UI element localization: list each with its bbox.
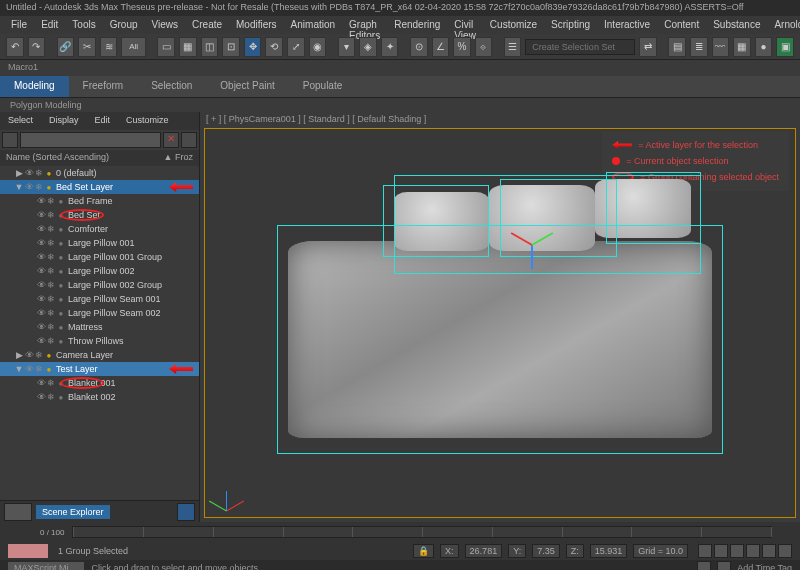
named-sel-button[interactable]: ☰ xyxy=(504,37,522,57)
explorer-name-label[interactable]: Scene Explorer xyxy=(36,505,110,519)
freeze-icon[interactable]: ❄ xyxy=(46,322,56,332)
visibility-icon[interactable]: 👁 xyxy=(36,280,46,290)
filter-all-button[interactable]: All xyxy=(121,37,146,57)
tree-row[interactable]: 👁❄Blanket 001 xyxy=(0,376,199,390)
freeze-icon[interactable]: ❄ xyxy=(46,336,56,346)
rotate-button[interactable]: ⟲ xyxy=(265,37,283,57)
tree-row[interactable]: 👁❄Large Pillow Seam 001 xyxy=(0,292,199,306)
ribbon-tab-freeform[interactable]: Freeform xyxy=(69,76,138,97)
visibility-icon[interactable]: 👁 xyxy=(24,350,34,360)
visibility-icon[interactable]: 👁 xyxy=(36,378,46,388)
goto-start-button[interactable] xyxy=(698,544,712,558)
coord-z-value[interactable]: 15.931 xyxy=(590,544,628,558)
curve-editor-button[interactable]: 〰 xyxy=(712,37,730,57)
freeze-icon[interactable]: ❄ xyxy=(46,294,56,304)
freeze-icon[interactable]: ❄ xyxy=(46,280,56,290)
tree-header-frozen[interactable]: ▲ Froz xyxy=(164,152,193,164)
tree-row[interactable]: 👁❄Large Pillow 001 Group xyxy=(0,250,199,264)
align-button[interactable]: ▤ xyxy=(668,37,686,57)
schematic-button[interactable]: ▦ xyxy=(733,37,751,57)
menu-animation[interactable]: Animation xyxy=(284,16,342,34)
visibility-icon[interactable]: 👁 xyxy=(24,182,34,192)
next-frame-button[interactable] xyxy=(746,544,760,558)
menu-scripting[interactable]: Scripting xyxy=(544,16,597,34)
menu-rendering[interactable]: Rendering xyxy=(387,16,447,34)
viewport-canvas[interactable]: = Active layer for the selection = Curre… xyxy=(204,128,796,518)
select-object-button[interactable]: ▭ xyxy=(157,37,175,57)
twisty-icon[interactable]: ▼ xyxy=(14,364,24,374)
visibility-icon[interactable]: 👁 xyxy=(36,308,46,318)
explorer-toggle-button[interactable] xyxy=(177,503,195,521)
freeze-icon[interactable]: ❄ xyxy=(46,378,56,388)
viewport-label[interactable]: [ + ] [ PhysCamera001 ] [ Standard ] [ D… xyxy=(200,112,800,128)
freeze-icon[interactable]: ❄ xyxy=(46,266,56,276)
placement-button[interactable]: ◉ xyxy=(309,37,327,57)
menu-tools[interactable]: Tools xyxy=(65,16,102,34)
play-button[interactable] xyxy=(730,544,744,558)
select-region-button[interactable]: ◫ xyxy=(201,37,219,57)
select-name-button[interactable]: ▦ xyxy=(179,37,197,57)
explorer-tab-display[interactable]: Display xyxy=(41,112,87,130)
prev-frame-button[interactable] xyxy=(714,544,728,558)
tree-row[interactable]: 👁❄Large Pillow 001 xyxy=(0,236,199,250)
maxscript-listener-button[interactable]: MAXScript Mi… xyxy=(8,562,84,570)
menu-civil-view[interactable]: Civil View xyxy=(447,16,483,34)
mirror-button[interactable]: ⇄ xyxy=(639,37,657,57)
menu-interactive[interactable]: Interactive xyxy=(597,16,657,34)
freeze-icon[interactable]: ❄ xyxy=(46,392,56,402)
tree-row[interactable]: 👁❄Comforter xyxy=(0,222,199,236)
tree-row[interactable]: ▼👁❄Test Layer xyxy=(0,362,199,376)
freeze-icon[interactable]: ❄ xyxy=(34,168,44,178)
visibility-icon[interactable]: 👁 xyxy=(36,392,46,402)
undo-button[interactable]: ↶ xyxy=(6,37,24,57)
manipulate-button[interactable]: ✦ xyxy=(381,37,399,57)
percent-snap-button[interactable]: % xyxy=(453,37,471,57)
ref-coord-button[interactable]: ▾ xyxy=(338,37,356,57)
bind-button[interactable]: ≋ xyxy=(100,37,118,57)
freeze-icon[interactable]: ❄ xyxy=(46,210,56,220)
isolate-button[interactable] xyxy=(697,561,711,570)
tree-row[interactable]: ▶👁❄Camera Layer xyxy=(0,348,199,362)
freeze-icon[interactable]: ❄ xyxy=(34,364,44,374)
tree-row[interactable]: 👁❄Large Pillow Seam 002 xyxy=(0,306,199,320)
freeze-icon[interactable]: ❄ xyxy=(34,350,44,360)
ribbon-subpanel[interactable]: Polygon Modeling xyxy=(0,98,800,112)
tree-row[interactable]: 👁❄Bed Set xyxy=(0,208,199,222)
tree-row[interactable]: 👁❄Bed Frame xyxy=(0,194,199,208)
tree-row[interactable]: ▼👁❄Bed Set Layer xyxy=(0,180,199,194)
lock-selection-button[interactable] xyxy=(717,561,731,570)
ribbon-tab-selection[interactable]: Selection xyxy=(137,76,206,97)
gizmo-z-axis[interactable] xyxy=(531,245,533,269)
gizmo-x-axis[interactable] xyxy=(510,232,532,246)
move-gizmo[interactable] xyxy=(511,225,551,265)
window-crossing-button[interactable]: ⊡ xyxy=(222,37,240,57)
filter-type-button[interactable] xyxy=(2,132,18,148)
visibility-icon[interactable]: 👁 xyxy=(36,294,46,304)
gizmo-y-axis[interactable] xyxy=(531,232,553,246)
angle-snap-button[interactable]: ∠ xyxy=(432,37,450,57)
visibility-icon[interactable]: 👁 xyxy=(36,336,46,346)
filter-input[interactable] xyxy=(20,132,161,148)
move-button[interactable]: ✥ xyxy=(244,37,262,57)
material-button[interactable]: ● xyxy=(755,37,773,57)
twisty-icon[interactable]: ▼ xyxy=(14,182,24,192)
explorer-thumbnail[interactable] xyxy=(4,503,32,521)
explorer-tab-customize[interactable]: Customize xyxy=(118,112,177,130)
menu-substance[interactable]: Substance xyxy=(706,16,767,34)
goto-end-button[interactable] xyxy=(762,544,776,558)
visibility-icon[interactable]: 👁 xyxy=(36,252,46,262)
tree-row[interactable]: ▶👁❄0 (default) xyxy=(0,166,199,180)
visibility-icon[interactable]: 👁 xyxy=(24,168,34,178)
layer-tree[interactable]: ▶👁❄0 (default)▼👁❄Bed Set Layer👁❄Bed Fram… xyxy=(0,166,199,500)
tree-row[interactable]: 👁❄Blanket 002 xyxy=(0,390,199,404)
timeline-track[interactable] xyxy=(72,526,772,538)
tree-header-name[interactable]: Name (Sorted Ascending) xyxy=(6,152,109,164)
visibility-icon[interactable]: 👁 xyxy=(36,238,46,248)
freeze-icon[interactable]: ❄ xyxy=(46,252,56,262)
render-setup-button[interactable]: ▣ xyxy=(776,37,794,57)
tree-row[interactable]: 👁❄Mattress xyxy=(0,320,199,334)
pivot-button[interactable]: ◈ xyxy=(359,37,377,57)
selection-set-input[interactable] xyxy=(525,39,635,55)
menu-arnold[interactable]: Arnold xyxy=(767,16,800,34)
time-tag-button[interactable]: Add Time Tag xyxy=(737,563,792,570)
